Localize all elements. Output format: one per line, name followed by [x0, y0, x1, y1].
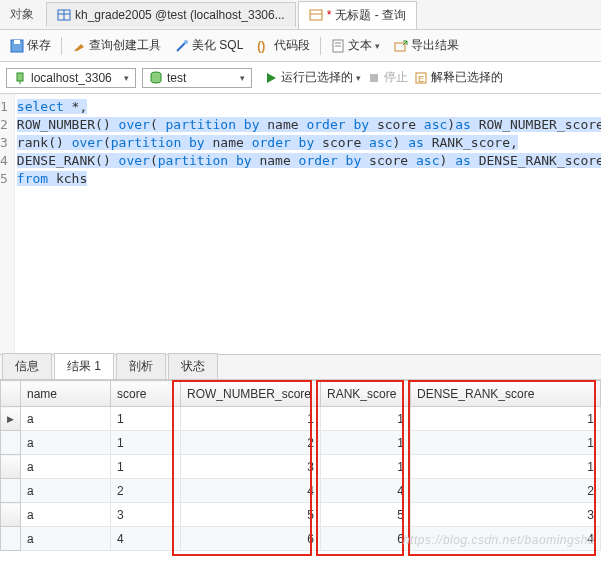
cell-name[interactable]: a — [21, 527, 111, 551]
cell-rownum[interactable]: 5 — [181, 503, 321, 527]
table-row[interactable]: a1211 — [1, 431, 601, 455]
kw: over — [72, 135, 103, 150]
separator — [61, 37, 62, 55]
tab-query[interactable]: * 无标题 - 查询 — [298, 1, 417, 29]
chevron-down-icon: ▾ — [124, 73, 129, 83]
kw: as — [408, 135, 424, 150]
result-table[interactable]: name score ROW_NUMBER_score RANK_score D… — [0, 380, 601, 551]
export-icon — [394, 39, 408, 53]
snippet-label: 代码段 — [274, 37, 310, 54]
col-rownum[interactable]: ROW_NUMBER_score — [181, 381, 321, 407]
export-button[interactable]: 导出结果 — [390, 35, 463, 56]
cell-rank[interactable]: 5 — [321, 503, 411, 527]
col-rank[interactable]: RANK_score — [321, 381, 411, 407]
cell-name[interactable]: a — [21, 503, 111, 527]
cell-score[interactable]: 1 — [111, 407, 181, 431]
cell-rank[interactable]: 1 — [321, 455, 411, 479]
wand-icon — [175, 39, 189, 53]
table-row[interactable]: a3553 — [1, 503, 601, 527]
cell-dense[interactable]: 1 — [411, 455, 601, 479]
txt: score — [314, 135, 369, 150]
explain-button[interactable]: E 解释已选择的 — [414, 69, 503, 86]
cell-rownum[interactable]: 6 — [181, 527, 321, 551]
beautify-button[interactable]: 美化 SQL — [171, 35, 247, 56]
cell-score[interactable]: 4 — [111, 527, 181, 551]
sql-editor[interactable]: 1 2 3 4 5 select *, ROW_NUMBER() over( p… — [0, 94, 601, 354]
tab-status[interactable]: 状态 — [168, 353, 218, 379]
txt: score — [361, 153, 416, 168]
cell-score[interactable]: 1 — [111, 455, 181, 479]
cell-dense[interactable]: 3 — [411, 503, 601, 527]
cell-score[interactable]: 1 — [111, 431, 181, 455]
tab-query-dirty: * — [327, 8, 332, 22]
save-button[interactable]: 保存 — [6, 35, 55, 56]
table-row[interactable]: ▶a1111 — [1, 407, 601, 431]
query-builder-button[interactable]: 查询创建工具 — [68, 35, 165, 56]
query-builder-label: 查询创建工具 — [89, 37, 161, 54]
stop-button[interactable]: 停止 — [367, 69, 408, 86]
cell-dense[interactable]: 1 — [411, 431, 601, 455]
cell-dense[interactable]: 1 — [411, 407, 601, 431]
run-button[interactable]: 运行已选择的 ▾ — [264, 69, 361, 86]
text-label: 文本 — [348, 37, 372, 54]
tab-info[interactable]: 信息 — [2, 353, 52, 379]
cell-rank[interactable]: 6 — [321, 527, 411, 551]
stop-icon — [367, 71, 381, 85]
col-score[interactable]: score — [111, 381, 181, 407]
txt: ) — [393, 135, 409, 150]
separator — [320, 37, 321, 55]
row-marker — [1, 431, 21, 455]
cell-name[interactable]: a — [21, 455, 111, 479]
database-icon — [149, 71, 163, 85]
kw: over — [119, 153, 150, 168]
svg-rect-3 — [310, 10, 322, 20]
table-row[interactable]: a2442 — [1, 479, 601, 503]
txt: score — [369, 117, 424, 132]
text-button[interactable]: 文本 ▾ — [327, 35, 384, 56]
cell-rank[interactable]: 1 — [321, 431, 411, 455]
cell-rownum[interactable]: 4 — [181, 479, 321, 503]
col-name[interactable]: name — [21, 381, 111, 407]
tab-result1[interactable]: 结果 1 — [54, 353, 114, 379]
cell-name[interactable]: a — [21, 431, 111, 455]
cell-rownum[interactable]: 2 — [181, 431, 321, 455]
export-label: 导出结果 — [411, 37, 459, 54]
chevron-down-icon: ▾ — [240, 73, 245, 83]
cell-name[interactable]: a — [21, 407, 111, 431]
txt: name — [205, 135, 252, 150]
table-row[interactable]: a1311 — [1, 455, 601, 479]
code-area[interactable]: select *, ROW_NUMBER() over( partition b… — [15, 94, 601, 354]
db-combo[interactable]: test ▾ — [142, 68, 252, 88]
kw: order by — [306, 117, 369, 132]
tab-query-label: 无标题 - 查询 — [335, 7, 406, 24]
snippet-button[interactable]: () 代码段 — [253, 35, 314, 56]
host-combo[interactable]: localhost_3306 ▾ — [6, 68, 136, 88]
txt: name — [259, 117, 306, 132]
db-label: test — [167, 71, 186, 85]
col-dense[interactable]: DENSE_RANK_score — [411, 381, 601, 407]
corner — [1, 381, 21, 407]
connection-bar: localhost_3306 ▾ test ▾ 运行已选择的 ▾ 停止 E 解释… — [0, 62, 601, 94]
cell-name[interactable]: a — [21, 479, 111, 503]
txt: rank() — [17, 135, 72, 150]
cell-rownum[interactable]: 1 — [181, 407, 321, 431]
tab-profile[interactable]: 剖析 — [116, 353, 166, 379]
svg-point-7 — [184, 40, 188, 44]
cell-score[interactable]: 3 — [111, 503, 181, 527]
svg-text:E: E — [418, 74, 424, 84]
kw: asc — [416, 153, 439, 168]
cell-score[interactable]: 2 — [111, 479, 181, 503]
svg-rect-12 — [17, 73, 23, 81]
cell-rank[interactable]: 1 — [321, 407, 411, 431]
cell-rownum[interactable]: 3 — [181, 455, 321, 479]
kw: partition by — [158, 153, 252, 168]
cell-dense[interactable]: 2 — [411, 479, 601, 503]
host-label: localhost_3306 — [31, 71, 112, 85]
cell-rank[interactable]: 4 — [321, 479, 411, 503]
txt: ( — [150, 153, 158, 168]
doc-icon — [331, 39, 345, 53]
kw: as — [455, 153, 471, 168]
kw: asc — [369, 135, 392, 150]
result-tabs: 信息 结果 1 剖析 状态 — [0, 354, 601, 380]
tab-table[interactable]: kh_grade2005 @test (localhost_3306... — [46, 2, 296, 27]
